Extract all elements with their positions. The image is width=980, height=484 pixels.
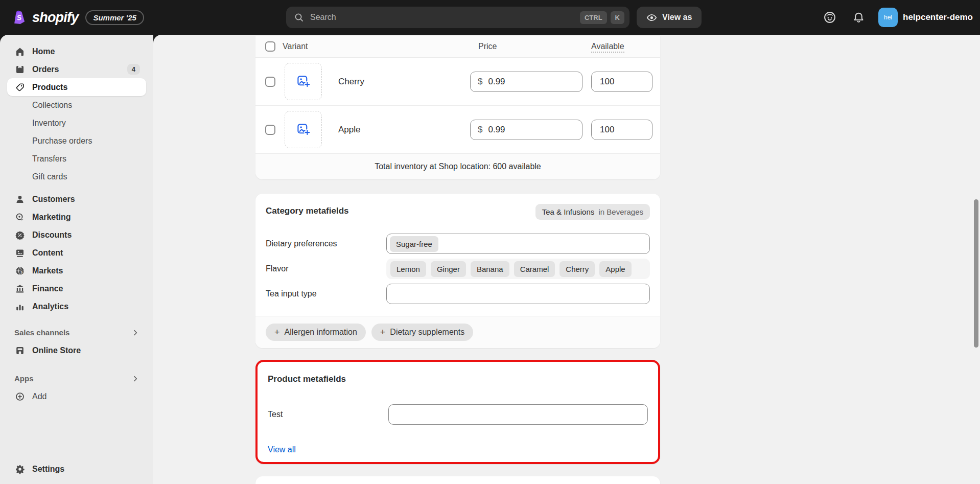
tag-lemon[interactable]: Lemon [390, 261, 426, 277]
sidebar-item-transfers[interactable]: Transfers [7, 150, 146, 168]
variant-row-cherry: Cherry $ [255, 58, 660, 106]
sidebar-item-content[interactable]: Content [7, 244, 146, 262]
sidebar-item-finance[interactable]: Finance [7, 280, 146, 297]
sidebar-item-label: Add [32, 392, 46, 401]
view-all-link[interactable]: View all [268, 445, 296, 454]
home-icon [14, 47, 26, 57]
tag-caramel[interactable]: Caramel [514, 261, 555, 277]
main-content: Variant Price Available [153, 35, 980, 484]
price-input[interactable] [487, 76, 575, 87]
sidebar-item-home[interactable]: Home [7, 42, 146, 60]
shopify-logo-icon: S [10, 9, 28, 26]
account-menu[interactable]: hel helpcenter-demo [878, 8, 973, 27]
tag-banana[interactable]: Banana [471, 261, 509, 277]
search-icon [294, 12, 304, 22]
sidebar-item-label: Online Store [32, 346, 81, 355]
sidebar-item-products[interactable]: Products [7, 78, 146, 96]
section-label: Apps [14, 374, 34, 383]
metafield-row-dietary-preferences: Dietary preferences Sugar-free [266, 234, 650, 254]
view-as-button[interactable]: View as [637, 7, 702, 28]
sidebar-item-inventory[interactable]: Inventory [7, 114, 146, 132]
flavor-tags-field[interactable]: Lemon Ginger Banana Caramel Cherry Apple [386, 259, 650, 279]
store-name: helpcenter-demo [903, 12, 973, 22]
sidebar-item-label: Content [32, 248, 63, 258]
available-input[interactable] [599, 124, 645, 135]
sidebar-item-label: Purchase orders [32, 136, 92, 146]
plus-icon: + [274, 327, 280, 338]
column-header-available: Available [591, 42, 652, 51]
sidebar-item-discounts[interactable]: Discounts [7, 226, 146, 244]
sidekick-assistant-icon[interactable] [823, 11, 836, 24]
sidebar-section-sales-channels[interactable]: Sales channels [7, 324, 146, 341]
shopify-brand[interactable]: S shopify Summer '25 [10, 0, 144, 35]
sidebar-item-marketing[interactable]: Marketing [7, 208, 146, 226]
sidebar-item-purchase-orders[interactable]: Purchase orders [7, 132, 146, 150]
category-badge-primary: Tea & Infusions [542, 208, 595, 216]
metafield-label: Dietary preferences [266, 239, 386, 248]
sidebar-item-settings[interactable]: Settings [7, 460, 146, 478]
tag-apple[interactable]: Apple [599, 261, 631, 277]
sidebar: Home Orders 4 Products Collections Inven… [0, 35, 153, 484]
sidebar-item-gift-cards[interactable]: Gift cards [7, 168, 146, 186]
sidebar-item-orders[interactable]: Orders 4 [7, 60, 146, 78]
select-all-checkbox[interactable] [265, 41, 275, 52]
svg-text:S: S [16, 14, 22, 22]
variant-image-placeholder[interactable] [285, 63, 322, 100]
discounts-icon [14, 230, 26, 240]
category-metafields-card: Category metafields Tea & Infusions in B… [255, 194, 660, 348]
sidebar-item-label: Transfers [32, 154, 66, 164]
variant-image-placeholder[interactable] [285, 111, 322, 148]
sidebar-section-apps[interactable]: Apps [7, 370, 146, 387]
tag-cherry[interactable]: Cherry [559, 261, 595, 277]
sidebar-item-label: Discounts [32, 231, 72, 240]
sidebar-item-label: Analytics [32, 302, 68, 311]
sidebar-item-label: Settings [32, 465, 64, 474]
available-input[interactable] [599, 76, 645, 87]
customers-icon [14, 194, 26, 204]
online-store-icon [14, 345, 26, 356]
test-metafield-input[interactable] [396, 409, 640, 420]
tea-input-type-input[interactable] [394, 288, 642, 299]
column-header-variant: Variant [283, 42, 470, 51]
sidebar-item-customers[interactable]: Customers [7, 190, 146, 208]
sidebar-item-markets[interactable]: $ Markets [7, 262, 146, 280]
sidebar-item-label: Markets [32, 266, 63, 275]
product-metafields-title: Product metafields [268, 372, 346, 384]
row-checkbox[interactable] [265, 77, 275, 87]
variants-table-header: Variant Price Available [255, 36, 660, 58]
test-input-wrapper [388, 404, 648, 425]
svg-text:$: $ [21, 270, 23, 274]
tag-sugar-free[interactable]: Sugar-free [390, 236, 438, 252]
variant-row-apple: Apple $ [255, 106, 660, 154]
tag-ginger[interactable]: Ginger [431, 261, 466, 277]
sidebar-item-label: Finance [32, 284, 63, 293]
sidebar-item-collections[interactable]: Collections [7, 96, 146, 114]
price-input-wrapper: $ [470, 120, 582, 140]
plus-circle-icon [14, 391, 26, 402]
scrollbar-thumb[interactable] [974, 199, 978, 348]
sidebar-item-label: Marketing [32, 213, 71, 222]
category-badge[interactable]: Tea & Infusions in Beverages [535, 204, 650, 220]
dietary-preferences-input[interactable]: Sugar-free [386, 234, 650, 254]
notifications-bell-icon[interactable] [852, 11, 865, 24]
sidebar-item-add-app[interactable]: Add [7, 387, 146, 405]
metafield-label: Flavor [266, 264, 386, 273]
sidebar-item-label: Home [32, 47, 55, 56]
available-input-wrapper [591, 72, 652, 92]
search-bar[interactable]: CTRL K [286, 7, 629, 28]
eye-icon [646, 12, 657, 23]
search-input[interactable] [309, 12, 576, 22]
variant-name: Apple [338, 125, 470, 135]
add-allergen-information-button[interactable]: + Allergen information [266, 324, 366, 341]
metafield-label: Tea input type [266, 289, 386, 298]
shopify-logo-text: shopify [32, 10, 78, 26]
add-dietary-supplements-button[interactable]: + Dietary supplements [371, 324, 473, 341]
orders-count-badge: 4 [127, 64, 140, 75]
view-as-label: View as [662, 13, 692, 22]
metafield-label: Test [268, 410, 388, 419]
sidebar-item-analytics[interactable]: Analytics [7, 297, 146, 315]
shortcut-key-k: K [611, 11, 624, 24]
row-checkbox[interactable] [265, 125, 275, 135]
price-input[interactable] [487, 124, 575, 135]
sidebar-item-online-store[interactable]: Online Store [7, 341, 146, 359]
